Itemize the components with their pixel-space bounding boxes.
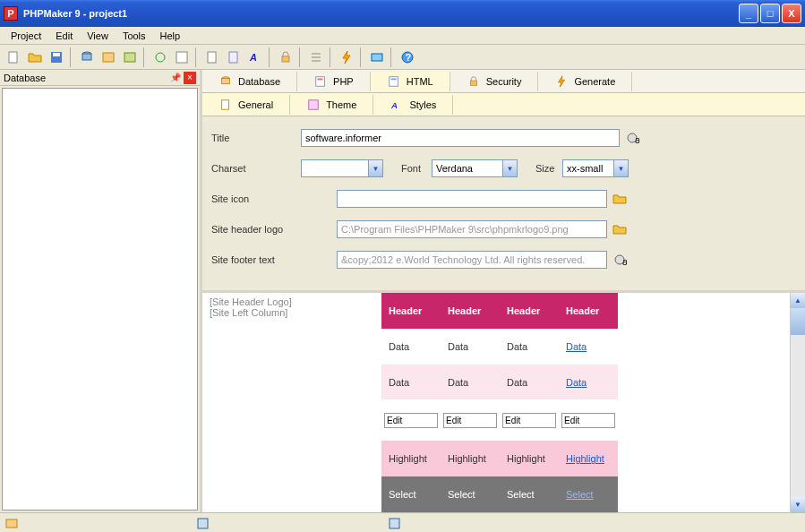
scroll-down-icon[interactable]: ▼	[791, 497, 805, 512]
tool-list[interactable]	[306, 47, 326, 67]
open-button[interactable]	[25, 47, 45, 67]
maximize-button[interactable]: □	[760, 4, 780, 23]
tab-database[interactable]: Database	[202, 72, 297, 91]
siteicon-browse-button[interactable]	[610, 190, 629, 208]
preview-header-logo-tag: [Site Header Logo]	[210, 296, 381, 307]
svg-text:?: ?	[406, 52, 412, 63]
font-dropdown[interactable]: Verdana▼	[432, 159, 518, 177]
tool-a[interactable]	[172, 47, 192, 67]
app-icon: P	[4, 6, 18, 21]
table-row: Data Data Data Data	[381, 365, 618, 400]
preview-scrollbar[interactable]: ▲ ▼	[790, 293, 805, 512]
svg-rect-23	[309, 99, 319, 109]
chevron-down-icon: ▼	[502, 160, 517, 176]
tab-php[interactable]: PHP	[297, 72, 371, 91]
table-row	[381, 399, 618, 441]
subtab-theme[interactable]: Theme	[290, 95, 373, 115]
edit-cell[interactable]	[384, 413, 438, 428]
sidebar-title: Database	[4, 73, 46, 83]
siteicon-label: Site icon	[211, 193, 337, 204]
svg-rect-2	[53, 53, 60, 56]
svg-rect-18	[318, 78, 323, 80]
scroll-thumb[interactable]	[791, 308, 805, 335]
svg-rect-9	[229, 52, 237, 63]
tool-sync[interactable]	[150, 47, 170, 67]
folder-icon	[612, 192, 627, 206]
svg-rect-19	[389, 76, 398, 86]
title-input[interactable]	[301, 129, 620, 147]
sidebar-close-icon[interactable]: ×	[184, 72, 196, 84]
menu-edit[interactable]: Edit	[48, 29, 80, 43]
svg-rect-30	[198, 519, 208, 528]
svg-rect-7	[176, 52, 187, 63]
chevron-down-icon: ▼	[368, 160, 382, 176]
tool-db1[interactable]	[77, 47, 97, 67]
minimize-button[interactable]: _	[739, 4, 758, 23]
title-bar: P PHPMaker 9 - project1 _ □ X	[0, 0, 805, 27]
scroll-up-icon[interactable]: ▲	[791, 293, 805, 308]
table-header: Header	[559, 293, 618, 329]
title-label: Title	[211, 133, 301, 143]
svg-rect-22	[222, 99, 229, 109]
footertext-input[interactable]	[337, 251, 607, 269]
folder-icon	[612, 222, 627, 236]
headerlogo-input[interactable]	[337, 220, 607, 238]
headerlogo-browse-button[interactable]	[610, 220, 629, 238]
subtab-styles[interactable]: AStyles	[373, 95, 453, 115]
highlight-link[interactable]: Highlight	[566, 453, 604, 464]
pin-icon[interactable]: 📌	[169, 72, 182, 84]
data-link[interactable]: Data	[566, 377, 587, 388]
svg-text:A: A	[249, 52, 257, 63]
tool-lock[interactable]	[276, 47, 295, 67]
siteicon-input[interactable]	[337, 190, 607, 208]
edit-cell[interactable]	[561, 413, 615, 428]
help-icon: ?	[400, 50, 415, 64]
footertext-lang-button[interactable]: a	[610, 251, 629, 269]
form-area: Title a Charset ▼ Font Verdana▼ Size xx-…	[202, 116, 805, 290]
tool-page2[interactable]	[224, 47, 244, 67]
database-tree[interactable]	[2, 88, 198, 511]
charset-dropdown[interactable]: ▼	[301, 159, 383, 177]
table-header: Header	[500, 293, 559, 329]
select-link[interactable]: Select	[566, 489, 594, 500]
tool-page1[interactable]	[202, 47, 222, 67]
preview-panel: [Site Header Logo] [Site Left Column] He…	[202, 290, 805, 512]
status-icon	[197, 517, 210, 529]
title-lang-button[interactable]: a	[622, 129, 642, 147]
save-button[interactable]	[47, 47, 66, 67]
close-button[interactable]: X	[782, 4, 801, 23]
preview-left-column-tag: [Site Left Column]	[210, 307, 381, 318]
menu-tools[interactable]: Tools	[116, 29, 153, 43]
table-row: Select Select Select Select	[381, 476, 618, 512]
subtab-general[interactable]: General	[202, 95, 290, 115]
size-dropdown[interactable]: xx-small▼	[562, 159, 629, 177]
menu-help[interactable]: Help	[153, 29, 188, 43]
svg-rect-21	[470, 81, 476, 85]
svg-rect-29	[6, 519, 17, 528]
table-header: Header	[441, 293, 500, 329]
svg-text:a: a	[622, 256, 627, 267]
new-button[interactable]	[4, 47, 23, 67]
font-label: Font	[401, 163, 432, 174]
menu-bar: Project Edit View Tools Help	[0, 27, 805, 45]
table-header: Header	[381, 293, 441, 329]
tab-security[interactable]: Security	[450, 72, 539, 91]
tool-ext[interactable]	[367, 47, 387, 67]
help-button[interactable]: ?	[398, 47, 417, 67]
data-link[interactable]: Data	[566, 341, 587, 352]
menu-view[interactable]: View	[80, 29, 116, 43]
tool-db2[interactable]	[98, 47, 118, 67]
tool-font[interactable]: A	[245, 47, 265, 67]
tool-gen[interactable]	[337, 47, 356, 67]
svg-rect-31	[390, 519, 399, 528]
tool-db3[interactable]	[120, 47, 140, 67]
table-header-row: Header Header Header Header	[381, 293, 618, 329]
tab-generate[interactable]: Generate	[538, 72, 632, 91]
status-icon	[389, 517, 401, 529]
edit-cell[interactable]	[502, 413, 556, 428]
svg-text:A: A	[390, 99, 398, 109]
edit-cell[interactable]	[443, 413, 497, 428]
menu-project[interactable]: Project	[4, 29, 48, 43]
svg-rect-8	[208, 52, 216, 63]
tab-html[interactable]: HTML	[371, 72, 450, 91]
